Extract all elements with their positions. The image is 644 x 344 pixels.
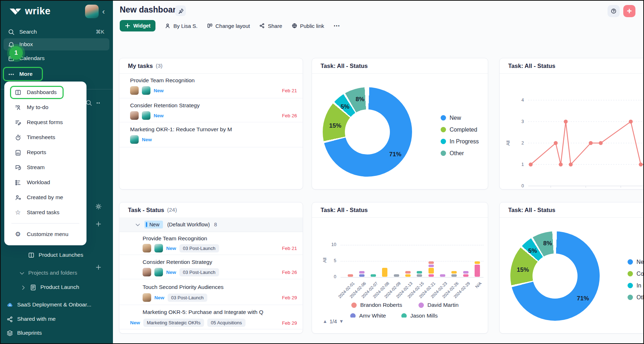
task-status-link[interactable]: New [130, 320, 140, 325]
toolbar-more-button[interactable]: ⋯ [333, 22, 341, 30]
project-tag[interactable]: 03 Post-Launch [179, 268, 219, 276]
legend-dot [628, 259, 633, 265]
menu-item-customize-menu[interactable]: ⚙ Customize menu [4, 227, 86, 242]
app-window: wrike ‹ Search ⌘K Inbox 1 Calendars More [0, 0, 644, 344]
avatar[interactable] [154, 244, 163, 252]
sidebar-item-product-launches[interactable]: Product Launches [28, 249, 83, 261]
search-shortcut: ⌘K [96, 29, 104, 35]
legend-item: Other [441, 147, 479, 159]
task-row[interactable]: Touch Second Priority Audiences New 03 P… [119, 279, 303, 305]
legend-item: New [441, 112, 479, 124]
task-row[interactable]: Marketing OKR-5: Purchase and Integrate … [119, 305, 303, 329]
avatar[interactable] [143, 244, 151, 252]
task-row[interactable]: Provide Team Recognition New Feb 21 [119, 73, 303, 98]
donut-label: 15% [517, 266, 529, 274]
avatar[interactable] [130, 86, 139, 95]
avatar[interactable] [143, 268, 151, 276]
donut-legend: New Completed In Progress Other [628, 256, 644, 303]
legend-pager: ▲ 1/4 ▼ [323, 318, 344, 324]
pin-dashboard-button[interactable] [175, 5, 186, 16]
sidebar-item-shared-with-me[interactable]: Shared with me [6, 313, 56, 325]
collapse-sidebar-icon[interactable]: ‹ [102, 7, 105, 16]
widget-title: My tasks [128, 63, 153, 69]
sidebar-section-projects-and-folders[interactable]: Projects and folders [19, 267, 77, 279]
user-avatar[interactable] [85, 5, 99, 18]
space-add-icon[interactable] [95, 221, 102, 227]
task-status-link[interactable]: New [142, 137, 152, 142]
legend-label: In Progress [636, 282, 644, 289]
avatar[interactable] [142, 86, 150, 95]
task-title: Marketing OKR-1: Reduce Turnover by M [130, 126, 232, 133]
public-link-button[interactable]: Public link [292, 23, 325, 29]
legend-dot [441, 115, 446, 121]
avatar[interactable] [143, 293, 151, 302]
widget-count: (3) [156, 63, 163, 69]
add-project-icon[interactable] [95, 264, 102, 271]
project-tag[interactable]: 03 Post-Launch [179, 244, 219, 252]
spaces-options-icon[interactable] [96, 99, 103, 106]
project-tag[interactable]: Marketing Strategic OKRs [143, 319, 204, 327]
task-row[interactable]: Consider Retention Strategy New 03 Post-… [119, 255, 303, 279]
menu-item-stream[interactable]: Stream [4, 160, 86, 175]
author-button[interactable]: By Lisa S. [165, 23, 198, 29]
widget-my-tasks: My tasks (3) Provide Team Recognition Ne… [119, 58, 303, 190]
menu-item-timesheets[interactable]: Timesheets [4, 130, 86, 145]
pager-count: 1/4 [330, 318, 337, 324]
task-status-link[interactable]: New [154, 113, 164, 118]
task-row-partial[interactable]: Marketing OKR-4: Reduce Turnover by M [119, 329, 303, 334]
task-row[interactable]: Marketing OKR-1: Reduce Turnover by M Ne… [119, 122, 303, 147]
avatar[interactable] [130, 111, 139, 120]
wrike-logo[interactable]: wrike [9, 6, 51, 17]
sidebar-item-saas-space[interactable]: SaaS Deployment & Onboar... [6, 299, 91, 311]
task-title: Consider Retention Strategy [130, 102, 200, 109]
menu-item-starred-tasks[interactable]: ☆ Starred tasks [4, 205, 86, 220]
task-status-link[interactable]: New [154, 88, 164, 93]
widget-title: Task: All - Status [321, 63, 368, 69]
workload-icon [14, 179, 21, 186]
add-widget-button[interactable]: Widget [120, 20, 155, 31]
tree-item-label: Product Launches [39, 252, 83, 258]
legend-dot [628, 295, 633, 300]
task-row[interactable]: Consider Retention Strategy New Feb 26 [119, 98, 303, 122]
brand-name: wrike [25, 6, 51, 17]
space-settings-gear-icon[interactable] [95, 203, 102, 210]
dashboard-toolbar: Widget By Lisa S. Change layout Share Pu… [120, 20, 341, 31]
help-button[interactable] [608, 5, 620, 17]
avatar[interactable] [130, 135, 139, 144]
menu-item-created-by-me[interactable]: Created by me [4, 190, 86, 205]
task-status-link[interactable]: New [166, 246, 176, 251]
status-group-row[interactable]: New (Default Workflow) 8 [119, 217, 303, 232]
project-tag[interactable]: 03 Post-Launch [168, 294, 207, 302]
pager-down-icon[interactable]: ▼ [339, 319, 344, 324]
menu-divider [11, 223, 79, 223]
menu-item-workload[interactable]: Workload [4, 175, 86, 190]
annotation-highlight-dashboards [10, 86, 64, 99]
sidebar-item-product-launch[interactable]: Product Launch [20, 281, 79, 293]
created-by-me-icon [14, 194, 21, 201]
change-layout-button[interactable]: Change layout [207, 23, 250, 29]
menu-item-request-forms[interactable]: Request forms [4, 115, 86, 130]
add-new-button[interactable]: + [623, 5, 635, 17]
project-tag[interactable]: 05 Acquisitions [207, 319, 246, 327]
sidebar-search[interactable]: Search ⌘K [4, 26, 109, 38]
task-status-link[interactable]: New [154, 295, 164, 300]
widget-header: Task: All - Status [312, 58, 488, 74]
pager-up-icon[interactable]: ▲ [323, 319, 327, 324]
menu-item-my-to-do[interactable]: My to-do [4, 100, 86, 115]
menu-item-reports[interactable]: Reports [4, 145, 86, 160]
donut-label: 71% [577, 295, 589, 302]
task-row[interactable]: Provide Team Recognition New 03 Post-Lau… [119, 232, 303, 255]
sidebar-item-blueprints[interactable]: Blueprints [6, 327, 42, 339]
svg-text:0: 0 [521, 183, 524, 188]
main-content: New dashboard Widget By Lisa S. Change l… [113, 0, 644, 344]
layout-icon [207, 23, 213, 29]
menu-item-label: Starred tasks [27, 209, 59, 216]
task-status-link[interactable]: New [166, 270, 176, 275]
avatar[interactable] [142, 111, 150, 120]
widget-status-line: Task: All - Status 012345. Feb12. Feb19.… [499, 58, 644, 190]
legend-label: Other [636, 294, 644, 301]
task-due-date: Feb 29 [282, 295, 297, 300]
avatar[interactable] [154, 268, 163, 276]
share-button[interactable]: Share [259, 23, 282, 29]
donut-label: 5% [528, 247, 537, 255]
